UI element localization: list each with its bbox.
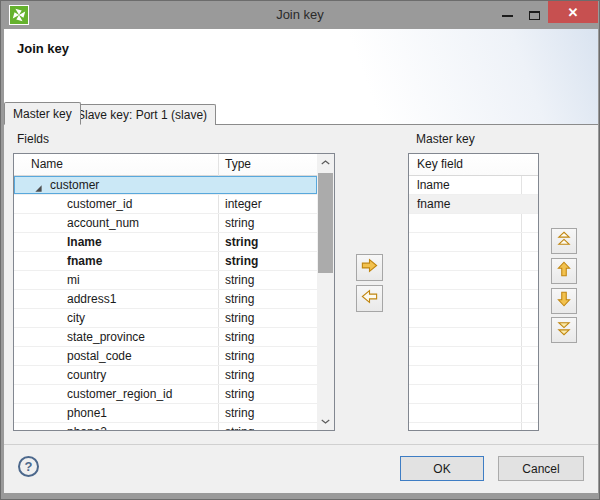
- master-key-table-header[interactable]: Key field: [409, 154, 538, 176]
- field-name: address1: [67, 290, 116, 309]
- empty-row: [409, 385, 538, 404]
- empty-row: [409, 271, 538, 290]
- move-down-button[interactable]: [551, 288, 577, 314]
- field-row[interactable]: address1string: [14, 290, 317, 309]
- fields-panel-label: Fields: [17, 132, 49, 146]
- dialog-header-title: Join key: [17, 41, 69, 56]
- fields-table-header[interactable]: Name Type: [14, 154, 317, 176]
- field-row[interactable]: citystring: [14, 309, 317, 328]
- footer-bar: ? OK Cancel: [4, 444, 598, 493]
- column-header-key-field[interactable]: Key field: [417, 157, 463, 171]
- close-button[interactable]: ✕: [548, 1, 598, 23]
- scroll-up-icon[interactable]: [317, 154, 334, 171]
- field-row[interactable]: mistring: [14, 271, 317, 290]
- empty-row: [409, 252, 538, 271]
- fields-table-scrollbar[interactable]: [317, 154, 334, 430]
- tab-slave-key[interactable]: Slave key: Port 1 (slave): [68, 104, 216, 125]
- fields-table-rows: customercustomer_idintegeraccount_numstr…: [14, 176, 317, 430]
- arrow-left-icon: [360, 287, 379, 310]
- field-row[interactable]: phone2string: [14, 423, 317, 430]
- master-key-table[interactable]: Key field lnamefname: [408, 153, 539, 431]
- scroll-down-icon[interactable]: [317, 413, 334, 430]
- empty-row: [409, 290, 538, 309]
- column-header-type[interactable]: Type: [225, 157, 251, 171]
- field-type: string: [225, 366, 254, 385]
- move-up-button[interactable]: [551, 258, 577, 284]
- empty-row: [409, 309, 538, 328]
- add-key-button[interactable]: [356, 254, 383, 281]
- field-name: country: [67, 366, 106, 385]
- close-icon: ✕: [568, 5, 579, 20]
- empty-row: [409, 347, 538, 366]
- key-field-value: fname: [417, 197, 450, 211]
- column-header-name[interactable]: Name: [31, 157, 63, 171]
- field-row[interactable]: lnamestring: [14, 233, 317, 252]
- field-row[interactable]: postal_codestring: [14, 347, 317, 366]
- arrow-down-icon: [555, 290, 573, 312]
- help-button[interactable]: ?: [18, 456, 39, 477]
- field-type: string: [225, 309, 254, 328]
- field-row[interactable]: account_numstring: [14, 214, 317, 233]
- maximize-button[interactable]: [520, 1, 548, 29]
- move-top-button[interactable]: [551, 228, 577, 254]
- field-row[interactable]: countrystring: [14, 366, 317, 385]
- field-name: customer_id: [67, 195, 132, 214]
- empty-row: [409, 328, 538, 347]
- master-key-table-rows: lnamefname: [409, 176, 538, 430]
- tab-master-key[interactable]: Master key: [4, 102, 81, 125]
- key-field-row[interactable]: fname: [409, 195, 538, 214]
- field-type: string: [225, 290, 254, 309]
- field-type: integer: [225, 195, 262, 214]
- double-chevron-down-icon: [555, 319, 573, 341]
- field-name: state_province: [67, 328, 145, 347]
- field-row[interactable]: customer_region_idstring: [14, 385, 317, 404]
- maximize-icon: [529, 11, 540, 20]
- minimize-button[interactable]: [494, 1, 520, 29]
- scrollbar-thumb[interactable]: [318, 173, 333, 273]
- window-controls: ✕: [494, 1, 598, 29]
- title-bar[interactable]: Join key ✕: [1, 1, 599, 29]
- field-name: lname: [67, 233, 102, 252]
- empty-row: [409, 233, 538, 252]
- field-name: phone2: [67, 423, 107, 430]
- key-field-row[interactable]: lname: [409, 176, 538, 195]
- arrow-right-icon: [360, 256, 379, 279]
- field-type: string: [225, 385, 254, 404]
- field-name: customer_region_id: [67, 385, 172, 404]
- field-row[interactable]: state_provincestring: [14, 328, 317, 347]
- fields-table[interactable]: Name Type customercustomer_idintegeracco…: [13, 153, 335, 431]
- cancel-button[interactable]: Cancel: [498, 456, 584, 481]
- field-type: string: [225, 423, 254, 430]
- field-row[interactable]: fnamestring: [14, 252, 317, 271]
- key-field-value: lname: [417, 178, 450, 192]
- field-type: string: [225, 404, 254, 423]
- join-key-dialog-window: Join key ✕ Join key Master key Slave key…: [0, 0, 600, 500]
- field-name: city: [67, 309, 85, 328]
- field-name: mi: [67, 271, 80, 290]
- empty-row: [409, 423, 538, 430]
- tree-node-label: customer: [50, 176, 99, 195]
- field-row[interactable]: phone1string: [14, 404, 317, 423]
- field-name: fname: [67, 252, 102, 271]
- field-row[interactable]: customer_idinteger: [14, 195, 317, 214]
- field-type: string: [225, 328, 254, 347]
- remove-key-button[interactable]: [356, 285, 383, 312]
- field-type: string: [225, 271, 254, 290]
- move-bottom-button[interactable]: [551, 317, 577, 343]
- tab-bar: Master key Slave key: Port 1 (slave): [4, 102, 598, 125]
- field-name: account_num: [67, 214, 139, 233]
- field-name: phone1: [67, 404, 107, 423]
- field-type: string: [225, 347, 254, 366]
- empty-row: [409, 214, 538, 233]
- minimize-icon: [502, 15, 513, 17]
- help-icon: ?: [25, 459, 33, 474]
- field-type: string: [225, 252, 258, 271]
- empty-row: [409, 366, 538, 385]
- master-key-panel-label: Master key: [416, 132, 475, 146]
- arrow-up-icon: [555, 260, 573, 282]
- tree-node-root-row[interactable]: customer: [14, 176, 317, 195]
- field-type: string: [225, 233, 258, 252]
- ok-button[interactable]: OK: [400, 456, 484, 481]
- field-name: postal_code: [67, 347, 132, 366]
- dialog-body: Join key Master key Slave key: Port 1 (s…: [4, 29, 598, 493]
